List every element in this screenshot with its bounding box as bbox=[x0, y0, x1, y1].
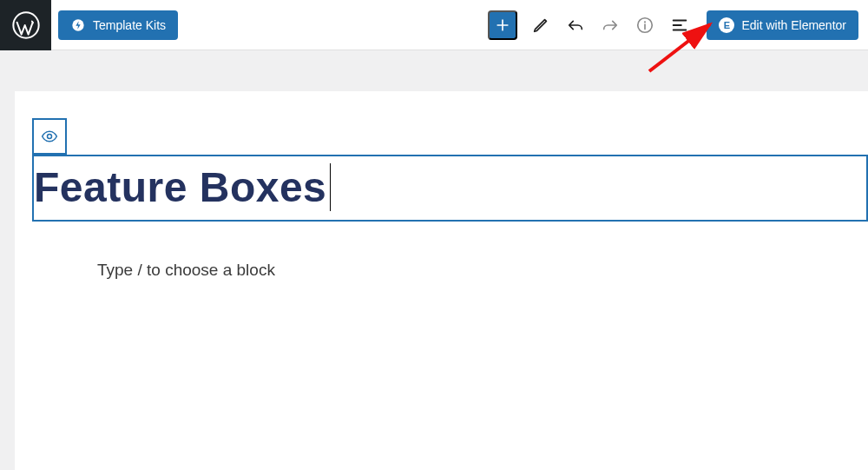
wordpress-icon bbox=[12, 11, 40, 39]
editor-topbar: Template Kits E Edit with Elementor bbox=[0, 0, 868, 50]
edit-toggle-button[interactable] bbox=[524, 9, 557, 42]
undo-button[interactable] bbox=[559, 9, 592, 42]
plus-icon bbox=[494, 17, 511, 34]
undo-icon bbox=[566, 16, 585, 35]
redo-button[interactable] bbox=[594, 9, 627, 42]
edit-with-elementor-button[interactable]: E Edit with Elementor bbox=[707, 10, 858, 40]
block-placeholder[interactable]: Type / to choose a block bbox=[97, 261, 275, 280]
pencil-icon bbox=[531, 16, 550, 35]
elementor-icon: E bbox=[719, 17, 734, 33]
bolt-icon bbox=[70, 17, 86, 33]
edit-with-elementor-label: Edit with Elementor bbox=[741, 18, 846, 32]
wordpress-logo[interactable] bbox=[0, 0, 51, 50]
title-block[interactable]: Feature Boxes bbox=[32, 155, 868, 222]
redo-icon bbox=[601, 16, 620, 35]
page-title[interactable]: Feature Boxes bbox=[34, 163, 326, 211]
template-kits-label: Template Kits bbox=[93, 18, 166, 32]
visibility-toggle[interactable] bbox=[32, 118, 67, 155]
editor-canvas: Feature Boxes Type / to choose a block bbox=[15, 91, 868, 470]
outline-button[interactable] bbox=[663, 9, 696, 42]
svg-point-3 bbox=[644, 21, 646, 23]
template-kits-button[interactable]: Template Kits bbox=[58, 10, 178, 40]
outline-icon bbox=[670, 16, 689, 35]
eye-icon bbox=[41, 128, 58, 145]
svg-point-5 bbox=[48, 135, 52, 139]
editor-toolbar: E Edit with Elementor bbox=[488, 9, 858, 42]
add-block-button[interactable] bbox=[488, 10, 517, 40]
info-button[interactable] bbox=[628, 9, 661, 42]
info-icon bbox=[635, 16, 654, 35]
